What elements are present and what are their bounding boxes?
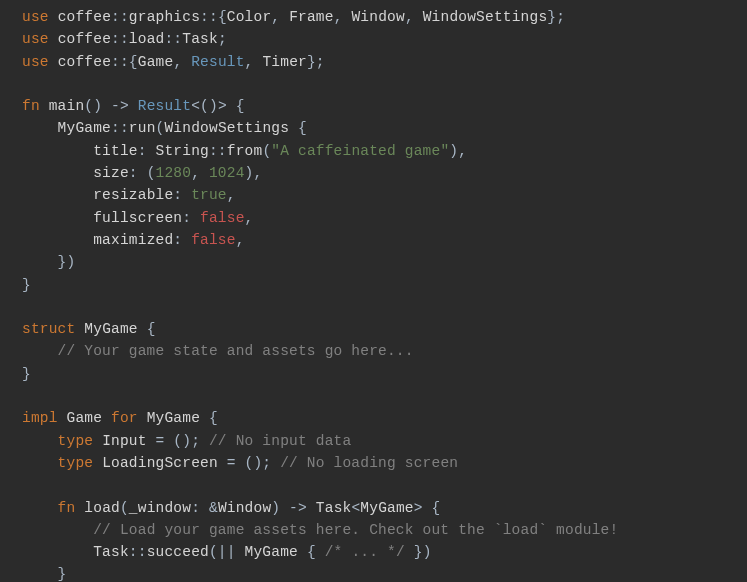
code-line: impl Game for MyGame { xyxy=(22,407,747,429)
code-line: type LoadingScreen = (); // No loading s… xyxy=(22,452,747,474)
code-line: // Your game state and assets go here... xyxy=(22,340,747,362)
code-line: type Input = (); // No input data xyxy=(22,430,747,452)
code-line: resizable: true, xyxy=(22,184,747,206)
code-line: size: (1280, 1024), xyxy=(22,162,747,184)
code-line: use coffee::{Game, Result, Timer}; xyxy=(22,51,747,73)
code-line: }) xyxy=(22,251,747,273)
blank-line xyxy=(22,385,747,407)
code-line: fn main() -> Result<()> { xyxy=(22,95,747,117)
code-line: // Load your game assets here. Check out… xyxy=(22,519,747,541)
code-line: } xyxy=(22,363,747,385)
code-line: use coffee::graphics::{Color, Frame, Win… xyxy=(22,6,747,28)
code-line: fn load(_window: &Window) -> Task<MyGame… xyxy=(22,497,747,519)
code-line: use coffee::load::Task; xyxy=(22,28,747,50)
keyword-use: use xyxy=(22,9,49,25)
code-line: MyGame::run(WindowSettings { xyxy=(22,117,747,139)
code-line: fullscreen: false, xyxy=(22,207,747,229)
code-block: use coffee::graphics::{Color, Frame, Win… xyxy=(22,6,747,582)
code-line: struct MyGame { xyxy=(22,318,747,340)
blank-line xyxy=(22,296,747,318)
code-line: } xyxy=(22,274,747,296)
blank-line xyxy=(22,474,747,496)
code-line: } xyxy=(22,563,747,582)
code-line: title: String::from("A caffeinated game"… xyxy=(22,140,747,162)
code-line: maximized: false, xyxy=(22,229,747,251)
blank-line xyxy=(22,73,747,95)
code-line: Task::succeed(|| MyGame { /* ... */ }) xyxy=(22,541,747,563)
